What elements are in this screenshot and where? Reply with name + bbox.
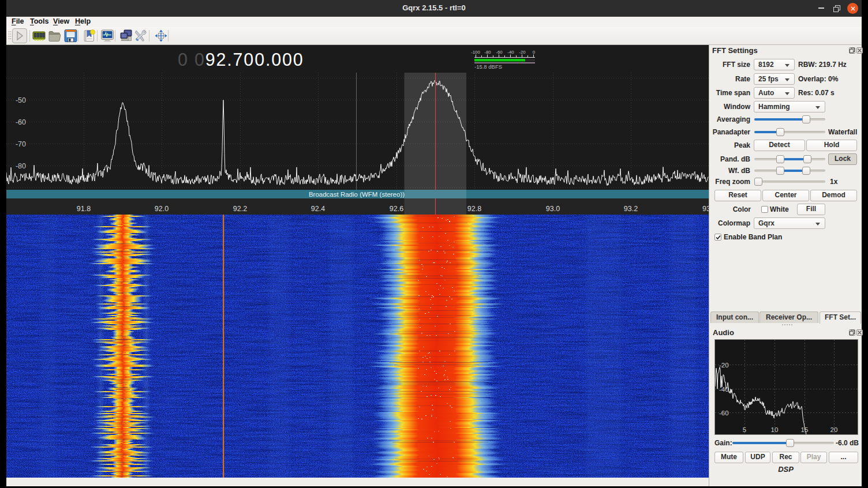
svg-text:92.2: 92.2 [233,205,247,213]
svg-text:92.6: 92.6 [390,205,403,213]
svg-text:92.0: 92.0 [155,205,169,213]
svg-text:0: 0 [533,50,536,55]
svg-text:20: 20 [830,426,838,433]
svg-text:92.8: 92.8 [467,205,481,213]
svg-text:-80: -80 [16,162,26,170]
svg-text:-40: -40 [507,50,514,55]
svg-text:93.2: 93.2 [624,205,638,213]
svg-text:5: 5 [743,426,746,433]
svg-text:0 092.700.000: 0 092.700.000 [178,50,304,69]
svg-text:-15.8 dBFS: -15.8 dBFS [474,63,502,70]
svg-text:-50: -50 [16,96,26,104]
svg-text:-20: -20 [519,50,526,55]
svg-text:-100: -100 [471,50,480,55]
svg-text:Broadcast Radio (WFM (stereo)): Broadcast Radio (WFM (stereo)) [309,191,405,198]
svg-text:93.0: 93.0 [546,205,560,213]
svg-text:-60: -60 [719,410,729,416]
svg-text:-20: -20 [719,362,729,369]
svg-text:-60: -60 [16,118,26,126]
svg-text:-70: -70 [16,140,26,148]
svg-text:-80: -80 [484,50,491,55]
svg-text:92.4: 92.4 [311,205,325,213]
svg-text:10: 10 [771,426,779,433]
svg-text:-60: -60 [496,50,503,55]
svg-text:91.8: 91.8 [77,205,91,213]
svg-text:93: 93 [702,205,709,213]
